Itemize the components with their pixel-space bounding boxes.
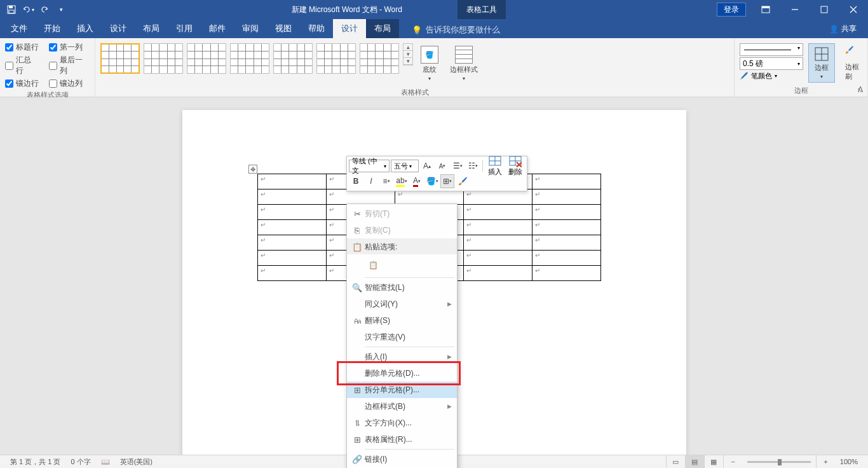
tell-me-search[interactable]: 💡 告诉我你想要做什么 <box>407 22 505 38</box>
mini-format-painter[interactable]: 🖌️ <box>456 174 470 188</box>
mini-size-select[interactable]: 五号▾ <box>391 160 419 172</box>
tab-insert[interactable]: 插入 <box>69 19 102 38</box>
cm-translate[interactable]: 🗛翻译(S) <box>347 312 457 329</box>
mini-font-color[interactable]: A▾ <box>410 174 424 188</box>
status-language[interactable]: 英语(美国) <box>115 457 158 467</box>
login-button[interactable]: 登录 <box>717 3 746 17</box>
tab-help[interactable]: 帮助 <box>300 19 333 38</box>
view-print-layout[interactable]: ▤ <box>685 455 704 469</box>
mini-bold[interactable]: B <box>349 174 363 188</box>
check-banded-col[interactable]: 镶边列 <box>49 78 83 89</box>
qat-customize[interactable]: ▾ <box>53 2 69 17</box>
mini-shading[interactable]: 🪣▾ <box>425 174 439 188</box>
cm-copy[interactable]: ⎘复制(C) <box>347 222 457 238</box>
undo-button[interactable]: ▾ <box>20 2 36 17</box>
cm-split-cells[interactable]: ⊞拆分单元格(P)... <box>347 382 457 398</box>
border-style-icon <box>455 46 473 64</box>
minimize-button[interactable] <box>780 0 810 19</box>
maximize-button[interactable] <box>810 0 839 19</box>
mini-grow-font[interactable]: A▴ <box>420 159 434 173</box>
cm-link[interactable]: 🔗链接(I) <box>347 451 457 467</box>
translate-icon: 🗛 <box>349 314 365 327</box>
svg-rect-6 <box>821 6 827 13</box>
style-thumb-6[interactable] <box>316 43 356 74</box>
view-read-mode[interactable]: ▭ <box>666 455 685 469</box>
shading-button[interactable]: 🪣 底纹▾ <box>417 43 442 84</box>
mini-toolbar: 等线 (中文▾ 五号▾ A▴ A▾ ☰▾ ☷▾ 插入 删除 B I ≡▾ ab▾… <box>346 156 527 191</box>
save-button[interactable] <box>4 2 19 17</box>
table-move-handle[interactable]: ✥ <box>248 165 257 174</box>
pen-color-icon: 🖊️ <box>740 72 749 80</box>
mini-bullets[interactable]: ☰▾ <box>451 159 465 173</box>
zoom-out[interactable]: − <box>723 455 742 469</box>
table-styles-gallery[interactable]: ▴▾▾ 🪣 底纹▾ 边框样式▾ <box>100 41 729 86</box>
mini-italic[interactable]: I <box>364 174 378 188</box>
tab-review[interactable]: 审阅 <box>234 19 267 38</box>
check-first-col[interactable]: 第一列 <box>49 42 83 53</box>
style-thumb-2[interactable] <box>144 43 183 74</box>
gallery-more[interactable]: ▴▾▾ <box>403 43 413 65</box>
check-total-row[interactable]: 汇总行 <box>5 55 39 76</box>
check-last-col[interactable]: 最后一列 <box>49 55 90 76</box>
border-painter-button[interactable]: 🖌️ 边框刷 <box>840 43 865 84</box>
table-tools-contextual-label: 表格工具 <box>458 0 506 19</box>
mini-borders[interactable]: ⊞▾ <box>440 174 454 188</box>
close-button[interactable] <box>839 0 868 19</box>
mini-highlight[interactable]: ab▾ <box>395 174 409 188</box>
line-style-select[interactable]: ▾ <box>740 43 803 56</box>
tab-design[interactable]: 设计 <box>102 19 135 38</box>
borders-button[interactable]: 边框▾ <box>808 43 835 83</box>
table-props-icon: ⊞ <box>349 433 365 446</box>
share-button[interactable]: 👤 共享 <box>820 20 865 38</box>
tab-references[interactable]: 引用 <box>168 19 201 38</box>
cm-table-props[interactable]: ⊞表格属性(R)... <box>347 431 457 448</box>
pen-color-button[interactable]: 🖊️笔颜色 ▾ <box>740 71 803 81</box>
tab-table-design[interactable]: 设计 <box>333 19 366 38</box>
cm-paste-keep-formatting[interactable]: 📋 <box>365 257 381 273</box>
view-web-layout[interactable]: ▦ <box>704 455 723 469</box>
mini-numbering[interactable]: ☷▾ <box>466 159 480 173</box>
mini-insert-button[interactable]: 插入 <box>485 151 505 181</box>
mini-align[interactable]: ≡▾ <box>379 174 393 188</box>
check-header-row[interactable]: 标题行 <box>5 42 39 53</box>
cm-text-direction[interactable]: ⥮文字方向(X)... <box>347 415 457 431</box>
style-thumb-3[interactable] <box>187 43 226 74</box>
status-spellcheck-icon[interactable]: 📖 <box>96 458 115 466</box>
check-banded-row[interactable]: 镶边行 <box>5 78 39 89</box>
cm-insert[interactable]: 插入(I)▶ <box>347 348 457 365</box>
share-icon: 👤 <box>829 25 839 34</box>
cm-smart-lookup[interactable]: 🔍智能查找(L) <box>347 279 457 296</box>
redo-button[interactable] <box>37 2 52 17</box>
cm-delete-cells[interactable]: 删除单元格(D)... <box>347 365 457 382</box>
cm-chinese-conv[interactable]: 汉字重选(V) <box>347 329 457 345</box>
pen-weight-select[interactable]: 0.5 磅▾ <box>740 57 803 70</box>
tab-home[interactable]: 开始 <box>36 19 69 38</box>
status-page[interactable]: 第 1 页，共 1 页 <box>5 457 65 467</box>
cm-synonyms[interactable]: 同义词(Y)▶ <box>347 296 457 312</box>
style-thumb-7[interactable] <box>360 43 399 74</box>
mini-font-select[interactable]: 等线 (中文▾ <box>349 160 390 172</box>
mini-shrink-font[interactable]: A▾ <box>435 159 449 173</box>
style-thumb-1[interactable] <box>100 43 140 74</box>
border-styles-button[interactable]: 边框样式▾ <box>446 43 482 84</box>
tab-file[interactable]: 文件 <box>3 19 36 38</box>
tab-view[interactable]: 视图 <box>267 19 300 38</box>
ribbon-display-options[interactable] <box>751 0 780 19</box>
context-menu: ✂剪切(T) ⎘复制(C) 📋粘贴选项: 📋 🔍智能查找(L) 同义词(Y)▶ … <box>346 203 458 468</box>
collapse-ribbon-button[interactable]: ᐱ <box>858 85 863 94</box>
zoom-level[interactable]: 100% <box>835 458 863 465</box>
mini-delete-button[interactable]: 删除 <box>506 151 525 181</box>
status-word-count[interactable]: 0 个字 <box>65 457 95 467</box>
style-thumb-5[interactable] <box>273 43 313 74</box>
style-thumb-4[interactable] <box>230 43 269 74</box>
zoom-slider[interactable] <box>747 461 811 463</box>
cm-border-styles[interactable]: 边框样式(B)▶ <box>347 398 457 415</box>
lightbulb-icon: 💡 <box>412 25 422 35</box>
zoom-in[interactable]: + <box>816 455 835 469</box>
tab-table-layout[interactable]: 布局 <box>366 19 399 38</box>
cm-cut[interactable]: ✂剪切(T) <box>347 205 457 222</box>
tab-mailings[interactable]: 邮件 <box>201 19 234 38</box>
tell-me-label: 告诉我你想要做什么 <box>426 24 500 36</box>
tab-layout[interactable]: 布局 <box>135 19 168 38</box>
borders-icon <box>814 46 829 62</box>
